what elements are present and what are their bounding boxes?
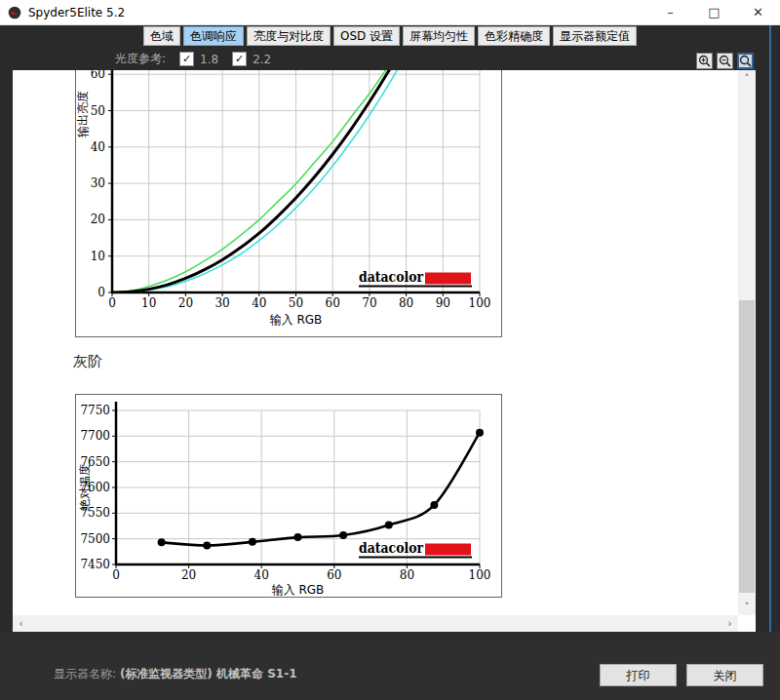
vertical-scrollbar[interactable]: ˄ ˅ <box>738 70 756 615</box>
luminance-reference-label: 光度参考: <box>115 51 166 67</box>
datacolor-logo: datacolor <box>359 268 472 287</box>
header-bar: 色域 色调响应 亮度与对比度 OSD 设置 屏幕均匀性 色彩精确度 显示器额定值… <box>0 25 780 70</box>
tab-color-accuracy[interactable]: 色彩精确度 <box>478 26 550 46</box>
svg-text:10: 10 <box>91 250 105 263</box>
svg-text:输出亮度: 输出亮度 <box>76 91 90 137</box>
datacolor-logo: datacolor <box>359 539 472 558</box>
svg-text:7750: 7750 <box>80 404 110 417</box>
svg-text:70: 70 <box>362 296 376 310</box>
monitor-name-label: 显示器名称: <box>54 667 116 681</box>
svg-text:datacolor: datacolor <box>359 539 424 557</box>
svg-text:100: 100 <box>469 296 491 310</box>
svg-text:7500: 7500 <box>80 532 110 546</box>
monitor-status: 显示器名称: (标准监视器类型) 机械革命 S1-1 <box>54 666 297 682</box>
svg-text:50: 50 <box>91 104 105 118</box>
tab-bar: 色域 色调响应 亮度与对比度 OSD 设置 屏幕均匀性 色彩精确度 显示器额定值 <box>0 26 780 46</box>
close-button[interactable]: ✕ <box>736 0 780 24</box>
svg-text:90: 90 <box>436 296 450 310</box>
tab-screen-uniformity[interactable]: 屏幕均匀性 <box>403 26 475 46</box>
checkbox-gamma-1.8[interactable]: ✓ <box>179 52 194 66</box>
tone-response-chart-container: 01020304050607080901000102030405060输入 RG… <box>75 70 502 337</box>
svg-text:7450: 7450 <box>80 558 110 571</box>
svg-text:绝对温度: 绝对温度 <box>78 464 92 512</box>
svg-text:60: 60 <box>91 70 105 81</box>
monitor-name-value: (标准监视器类型) 机械革命 S1-1 <box>120 667 297 681</box>
magnifier-icon <box>739 55 752 67</box>
svg-text:40: 40 <box>252 296 266 310</box>
svg-text:datacolor: datacolor <box>359 268 424 286</box>
zoom-out-icon <box>719 55 731 67</box>
tab-brightness-contrast[interactable]: 亮度与对比度 <box>247 26 331 46</box>
svg-text:40: 40 <box>254 568 269 582</box>
zoom-toolbar <box>696 53 754 69</box>
grayscale-temperature-chart-container: 0204060801007450750075507600765077007750… <box>75 394 502 598</box>
grayscale-temperature-chart: 0204060801007450750075507600765077007750… <box>75 394 502 598</box>
scroll-right-icon[interactable]: › <box>722 615 738 632</box>
svg-text:20: 20 <box>181 568 196 582</box>
tone-response-chart: 01020304050607080901000102030405060输入 RG… <box>75 70 502 337</box>
tab-display-rating[interactable]: 显示器额定值 <box>553 26 637 46</box>
checkbox-gamma-2.2[interactable]: ✓ <box>232 52 247 66</box>
scroll-up-icon[interactable]: ˄ <box>738 70 756 87</box>
title-bar: Spyder5Elite 5.2 – □ ✕ <box>0 0 780 25</box>
checkbox-gamma-1.8-label: 1.8 <box>200 53 218 66</box>
tab-osd-settings[interactable]: OSD 设置 <box>333 26 400 46</box>
window-title: Spyder5Elite 5.2 <box>28 6 125 19</box>
svg-text:10: 10 <box>141 296 156 310</box>
svg-text:100: 100 <box>469 568 491 582</box>
scroll-left-icon[interactable]: ‹ <box>13 615 29 632</box>
footer-bar: 显示器名称: (标准监视器类型) 机械革命 S1-1 打印 关闭 <box>0 632 780 700</box>
minimize-button[interactable]: – <box>648 0 692 24</box>
svg-text:0: 0 <box>112 568 120 582</box>
svg-text:输入 RGB: 输入 RGB <box>270 313 323 327</box>
zoom-in-button[interactable] <box>696 53 713 69</box>
svg-text:60: 60 <box>327 568 341 582</box>
scroll-down-icon[interactable]: ˅ <box>738 599 756 615</box>
footer-buttons: 打印 关闭 <box>600 664 763 686</box>
svg-text:0: 0 <box>98 286 105 299</box>
svg-text:20: 20 <box>91 213 105 226</box>
tab-tone-response[interactable]: 色调响应 <box>183 26 244 46</box>
svg-text:50: 50 <box>289 296 303 310</box>
window-edge-accent <box>769 25 771 690</box>
svg-text:30: 30 <box>91 176 105 190</box>
checkbox-gamma-2.2-label: 2.2 <box>253 53 271 66</box>
luminance-reference-toolbar: 光度参考: ✓ 1.8 ✓ 2.2 <box>115 51 271 67</box>
report-scroll-area: 01020304050607080901000102030405060输入 RG… <box>13 70 756 632</box>
svg-text:20: 20 <box>178 296 193 310</box>
svg-text:40: 40 <box>91 140 105 154</box>
zoom-reset-button[interactable] <box>737 53 754 69</box>
zoom-out-button[interactable] <box>717 53 733 69</box>
window-controls: – □ ✕ <box>648 0 780 24</box>
grayscale-section-title: 灰阶 <box>73 353 102 371</box>
app-logo-icon <box>8 6 21 19</box>
close-dialog-button[interactable]: 关闭 <box>686 664 763 686</box>
tab-gamut[interactable]: 色域 <box>143 26 180 46</box>
svg-text:30: 30 <box>214 296 229 310</box>
svg-text:80: 80 <box>400 568 414 582</box>
svg-text:0: 0 <box>108 296 116 310</box>
svg-text:输入 RGB: 输入 RGB <box>272 583 325 597</box>
zoom-in-icon <box>698 55 711 67</box>
svg-text:80: 80 <box>399 296 413 310</box>
print-button[interactable]: 打印 <box>600 664 677 686</box>
svg-text:7700: 7700 <box>80 429 110 443</box>
svg-text:60: 60 <box>326 296 340 310</box>
horizontal-scrollbar[interactable]: ‹ › <box>13 615 738 632</box>
maximize-button[interactable]: □ <box>692 0 736 24</box>
vertical-scrollbar-thumb[interactable] <box>739 300 755 593</box>
